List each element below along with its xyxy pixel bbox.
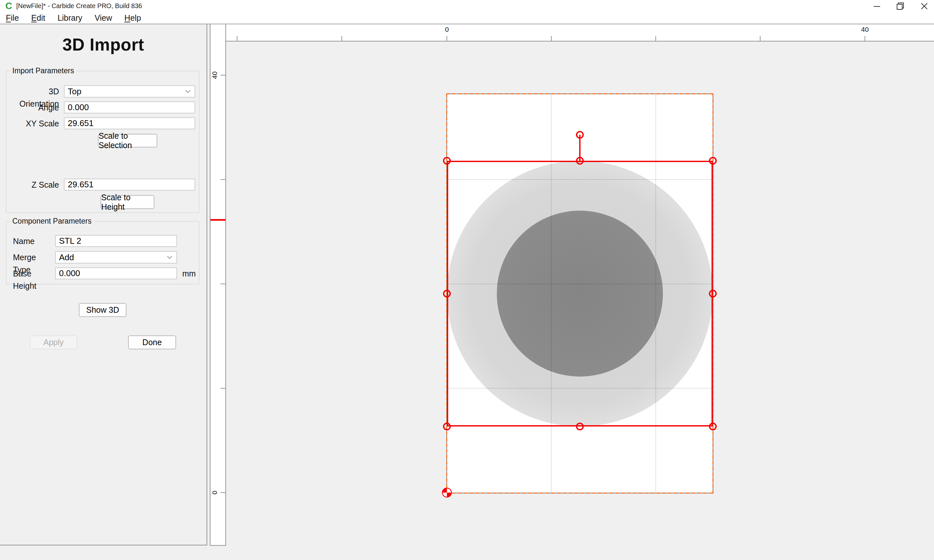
menu-item-view[interactable]: View xyxy=(95,12,112,24)
z-scale-input[interactable] xyxy=(64,178,195,191)
orientation-select[interactable]: Top xyxy=(64,85,195,97)
selection-handle[interactable] xyxy=(443,290,451,297)
chevron-down-icon xyxy=(185,90,191,93)
base-height-label: Base Height xyxy=(13,268,55,292)
apply-button[interactable]: Apply xyxy=(30,335,77,349)
merge-type-value: Add xyxy=(59,252,74,263)
close-icon xyxy=(920,2,928,10)
ruler-tick xyxy=(220,75,225,75)
ruler-tick xyxy=(655,36,656,41)
stock-border-bottom xyxy=(446,492,714,494)
3d-import-panel: 3D Import Import Parameters 3D Orientati… xyxy=(0,24,207,545)
xy-scale-input[interactable] xyxy=(64,117,195,129)
page-title: 3D Import xyxy=(0,35,207,54)
minimize-icon xyxy=(873,2,881,10)
minimize-button[interactable] xyxy=(867,0,887,12)
menu-item-help[interactable]: Help xyxy=(125,12,141,24)
app-icon: C xyxy=(4,1,14,11)
menu-bar: FileEditLibraryViewHelp xyxy=(0,12,934,24)
maximize-button[interactable] xyxy=(891,0,910,12)
z-scale-label: Z Scale xyxy=(9,178,59,191)
selection-handle[interactable] xyxy=(709,290,717,297)
selection-handle[interactable] xyxy=(443,157,451,165)
ruler-tick xyxy=(220,283,225,284)
angle-input[interactable] xyxy=(64,102,195,114)
restore-icon xyxy=(896,2,905,11)
import-parameters-legend: Import Parameters xyxy=(10,66,77,75)
name-label: Name xyxy=(13,235,55,247)
ruler-tick xyxy=(865,36,865,41)
scale-to-height-button[interactable]: Scale to Height xyxy=(100,195,154,209)
ruler-label: 0 xyxy=(441,26,453,33)
selection-handle[interactable] xyxy=(576,157,584,165)
component-parameters-legend: Component Parameters xyxy=(10,217,94,226)
selection-handle[interactable] xyxy=(576,423,584,430)
chevron-down-icon xyxy=(167,256,173,259)
cursor-position-marker xyxy=(211,219,225,221)
orientation-value: Top xyxy=(68,86,82,97)
ruler-tick xyxy=(220,179,225,180)
ruler-tick xyxy=(237,36,237,41)
stock-border-top xyxy=(446,93,714,94)
selection-box[interactable] xyxy=(447,161,713,426)
vertical-ruler: 400 xyxy=(210,24,226,546)
ruler-tick xyxy=(551,36,552,41)
ruler-label: 40 xyxy=(211,70,220,80)
ruler-tick xyxy=(220,492,225,493)
selection-handle[interactable] xyxy=(709,423,717,430)
selection-handle[interactable] xyxy=(709,157,717,165)
ruler-tick xyxy=(342,36,342,41)
show-3d-button[interactable]: Show 3D xyxy=(79,303,126,317)
ruler-tick xyxy=(220,388,225,389)
ruler-label: 40 xyxy=(858,26,871,33)
ruler-label: 0 xyxy=(211,488,220,498)
horizontal-ruler: 040 xyxy=(210,24,934,42)
close-button[interactable] xyxy=(914,0,934,12)
angle-label: Angle xyxy=(9,102,59,114)
scale-to-selection-button[interactable]: Scale to Selection xyxy=(98,134,157,148)
menu-item-edit[interactable]: Edit xyxy=(31,12,45,24)
selection-handle[interactable] xyxy=(443,423,451,430)
base-height-input[interactable] xyxy=(55,268,177,279)
window-title: [NewFile]* - Carbide Create PRO, Build 8… xyxy=(16,0,142,12)
rotation-handle[interactable] xyxy=(576,131,584,139)
menu-item-library[interactable]: Library xyxy=(57,12,82,24)
title-bar: C [NewFile]* - Carbide Create PRO, Build… xyxy=(0,0,934,12)
name-input[interactable] xyxy=(55,235,177,247)
done-button[interactable]: Done xyxy=(128,335,176,349)
merge-type-select[interactable]: Add xyxy=(55,251,177,263)
ruler-tick xyxy=(760,36,760,41)
xy-scale-label: XY Scale xyxy=(9,117,59,130)
datum-icon xyxy=(441,487,452,498)
origin-datum-marker xyxy=(441,487,452,498)
ruler-tick xyxy=(447,36,447,41)
base-height-unit: mm xyxy=(182,268,196,280)
menu-item-file[interactable]: File xyxy=(6,12,19,24)
